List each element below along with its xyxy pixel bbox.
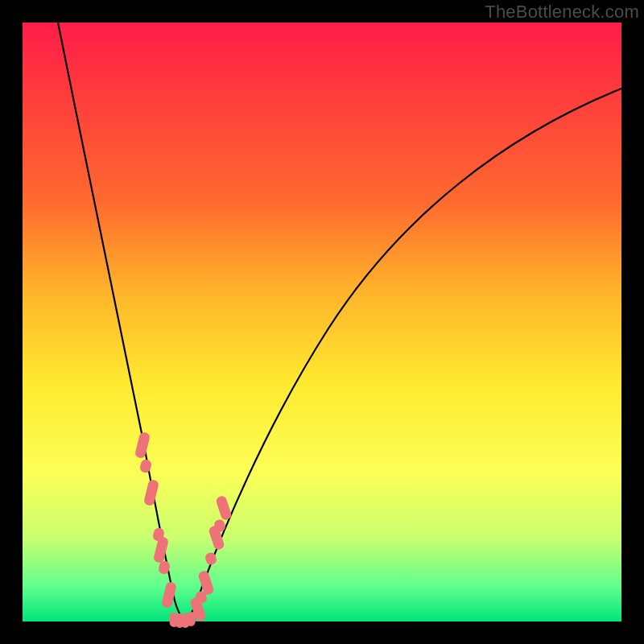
watermark-text: TheBottleneck.com [485,2,639,23]
curve-left-branch [58,23,184,619]
chart-frame: TheBottleneck.com [0,0,644,644]
plot-area [23,23,621,621]
marker-trough [186,612,196,626]
curve-right-branch [184,89,621,619]
bottleneck-curve [23,23,621,621]
